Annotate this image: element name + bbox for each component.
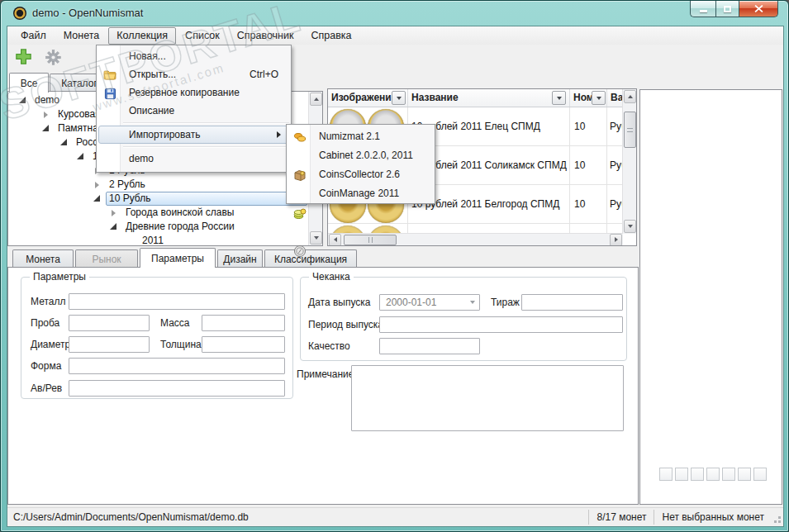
collapse-icon[interactable] [107,210,119,216]
probe-label: Проба [31,315,59,331]
image-slot [722,468,735,481]
issue-period-field[interactable] [379,316,623,333]
obverse-reverse-field[interactable] [69,380,285,397]
issue-date-value: 2000-01-01 [380,297,465,308]
mass-label: Масса [160,315,189,331]
coins-icon [292,130,307,145]
menu-item-cabinet[interactable]: Cabinet 2.0.2.0, 2011 [288,145,433,164]
column-image[interactable]: Изображени [328,89,408,107]
group-title: Чеканка [309,271,354,283]
menu-item-coinmanage[interactable]: CoinManage 2011 [288,183,433,202]
note-field[interactable] [351,365,624,431]
menu-help[interactable]: Справка [302,27,359,45]
tab-coin[interactable]: Монета [12,249,74,268]
collapse-icon[interactable] [91,182,102,188]
minimize-button[interactable] [690,1,715,17]
chevron-down-icon[interactable] [465,301,479,304]
currency-cell: Руб [607,146,623,184]
collapse-icon[interactable] [40,112,51,118]
menu-coin[interactable]: Монета [55,27,107,45]
tree-item-2011[interactable]: 2011 [8,234,307,246]
titlebar[interactable]: demo - OpenNumismat [1,1,788,26]
expand-icon[interactable] [107,225,119,230]
table-vertical-scrollbar[interactable] [622,89,636,234]
window-title: demo - OpenNumismat [32,7,143,19]
scroll-right-button[interactable] [610,234,622,246]
tab-market[interactable]: Рынок [75,249,138,268]
expand-icon[interactable] [17,98,28,103]
settings-button[interactable] [45,50,61,69]
scroll-left-button[interactable] [329,234,341,246]
metal-label: Металл [31,293,65,310]
menu-item-import[interactable]: Импортировать [98,126,289,144]
scroll-down-button[interactable] [624,220,636,233]
coin-image-panel [639,89,782,505]
scroll-down-button[interactable] [310,231,322,245]
selection-status: Нет выбранных монет [654,510,772,525]
menu-bar: Файл Монета Коллекция Список Справочник … [7,26,783,45]
issue-period-label: Период выпуска [308,316,383,333]
image-slot [675,468,688,481]
scroll-up-button[interactable] [624,90,636,103]
collection-menu: Новая... Открыть... Ctrl+O Резервное коп… [96,45,292,173]
scrollbar-thumb[interactable] [344,235,397,245]
filter-dropdown-icon[interactable] [552,91,566,105]
shape-field[interactable] [69,358,285,374]
metal-field[interactable] [69,293,285,310]
menu-item-new[interactable]: Новая... [98,47,289,65]
menu-file[interactable]: Файл [12,27,55,45]
menu-item-open[interactable]: Открыть... Ctrl+O [98,65,289,83]
quality-field[interactable] [379,338,480,354]
image-placeholders [659,468,767,481]
filter-dropdown-icon[interactable] [592,91,606,105]
expand-icon[interactable] [58,140,69,145]
tab-parameters[interactable]: Параметры [140,248,216,268]
tree-item-goroda[interactable]: Города воинской славы [8,206,307,220]
save-icon [102,86,117,101]
scrollbar-thumb[interactable] [624,112,636,148]
tab-design[interactable]: Дизайн [217,249,263,268]
menu-item-recent-demo[interactable]: demo [98,150,289,168]
thickness-field[interactable] [202,336,285,353]
tree-item-drevnie[interactable]: Древние города России [8,220,307,234]
window-controls [690,1,778,17]
expand-icon[interactable] [74,154,86,159]
shape-label: Форма [31,358,61,374]
resize-grip[interactable] [772,508,783,526]
mass-field[interactable] [202,315,285,331]
tree-item-10-ruble[interactable]: 10 Рубль [8,192,307,206]
menu-item-description[interactable]: Описание [98,102,289,120]
mintage-field[interactable] [521,294,623,311]
expand-icon[interactable] [91,197,102,202]
menu-item-backup[interactable]: Резервное копирование [98,83,289,102]
menu-item-coinscollector[interactable]: CoinsCollector 2.6 [288,164,433,183]
quality-label: Качество [308,338,350,354]
maximize-button[interactable] [715,1,739,17]
column-nominal[interactable]: Ном [570,89,607,107]
filter-dropdown-icon[interactable] [392,91,406,105]
menu-list[interactable]: Список [177,27,228,45]
currency-cell: Руб [607,185,623,223]
menu-reference[interactable]: Справочник [229,27,302,45]
folder-open-icon [102,68,117,83]
expand-icon[interactable] [40,126,51,131]
column-name[interactable]: Название [408,89,570,107]
tab-all[interactable]: Все [9,73,49,93]
coin-disc-icon [292,244,307,259]
tree-item-2-ruble[interactable]: 2 Рубль [8,178,307,192]
close-button[interactable] [739,1,778,17]
image-slot [691,468,704,481]
submenu-arrow-icon [277,131,281,138]
probe-field[interactable] [69,315,150,331]
plus-icon [14,47,33,66]
menu-collection[interactable]: Коллекция [108,27,176,45]
gear-icon [45,50,61,65]
import-submenu: Numizmat 2.1 Cabinet 2.0.2.0, 2011 Coins… [286,124,435,204]
issue-date-combobox[interactable]: 2000-01-01 [379,294,480,311]
diameter-field[interactable] [69,336,150,353]
scroll-up-button[interactable] [310,93,322,106]
add-coin-button[interactable] [14,47,33,69]
menu-item-numizmat[interactable]: Numizmat 2.1 [288,126,433,145]
table-horizontal-scrollbar[interactable] [328,233,623,245]
tab-classification[interactable]: Классификация [264,249,357,268]
